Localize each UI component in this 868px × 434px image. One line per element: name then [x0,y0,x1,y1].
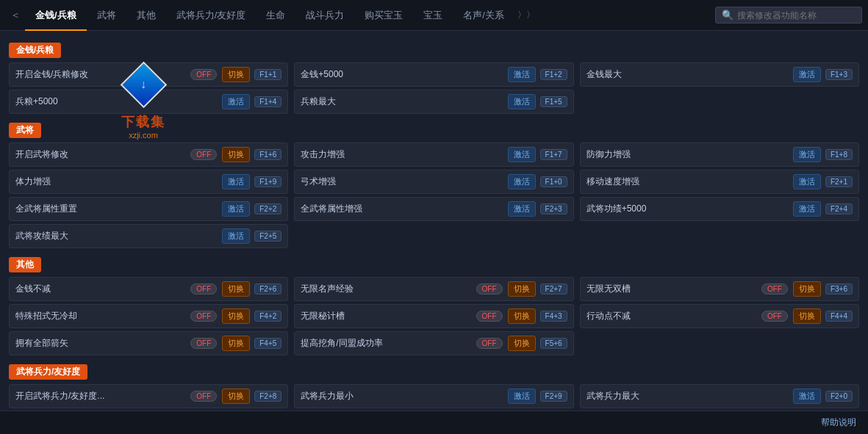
switch-btn[interactable]: 切换 [793,308,821,324]
feat-row-general-1: 体力增强激活F1+9弓术增强激活F1+0移动速度增强激活F2+1 [9,170,859,194]
feat-item-general-3-0: 武将攻绩最大激活F2+5 [9,224,288,248]
feat-item-gold_food-1-0: 兵粮+5000激活F1+4 [9,90,288,114]
feat-label: 开启金钱/兵粮修改 [15,68,187,81]
hotkey-badge: F2+3 [540,203,567,214]
feat-item-other-2-2 [580,331,859,355]
search-input[interactable] [737,10,855,21]
feat-item-other-0-0: 金钱不减OFF切换F2+6 [9,277,288,301]
nav-tab-2[interactable]: 其他 [126,0,166,31]
feat-item-gold_food-1-2 [580,90,859,114]
nav-tab-7[interactable]: 宝玉 [413,0,453,31]
switch-btn[interactable]: 切换 [793,281,821,297]
help-link[interactable]: 帮助说明 [821,416,856,429]
feat-label: 武将功绩+5000 [587,203,791,215]
feat-label: 拥有全部箭矢 [15,337,187,350]
toggle-off-btn[interactable]: OFF [761,283,788,294]
activate-btn[interactable]: 激活 [793,174,821,189]
hotkey-badge: F4+3 [540,311,567,322]
hotkey-badge: F4+4 [825,311,853,322]
activate-btn[interactable]: 激活 [793,388,821,404]
hotkey-badge: F2+6 [254,283,281,294]
activate-btn[interactable]: 激活 [793,67,821,82]
hotkey-badge: F1+1 [254,69,281,80]
hotkey-badge: F1+6 [254,149,281,160]
toggle-off-btn[interactable]: OFF [190,283,217,294]
feat-item-other-2-1: 提高挖角/同盟成功率OFF切换F5+6 [294,331,573,355]
activate-btn[interactable]: 激活 [222,94,250,109]
feat-row-gold_food-1: 兵粮+5000激活F1+4兵粮最大激活F1+5 [9,90,859,114]
activate-btn[interactable]: 激活 [222,174,250,189]
toggle-off-btn[interactable]: OFF [190,149,217,160]
feat-item-general-1-0: 体力增强激活F1+9 [9,170,288,194]
nav-tab-3[interactable]: 武将兵力/友好度 [166,0,257,31]
activate-btn[interactable]: 激活 [508,67,536,82]
switch-btn[interactable]: 切换 [222,308,250,324]
nav-tab-0[interactable]: 金钱/兵粮 [25,0,87,31]
feat-row-other-0: 金钱不减OFF切换F2+6无限名声经验OFF切换F2+7无限无双槽OFF切换F3… [9,277,859,301]
feat-label: 弓术增强 [301,176,505,188]
feat-item-troop_friendship-0-2: 武将兵力最大激活F2+0 [580,384,859,408]
feat-label: 开启武将修改 [15,148,187,161]
activate-btn[interactable]: 激活 [222,228,250,244]
activate-btn[interactable]: 激活 [508,94,536,109]
feat-label: 移动速度增强 [587,176,791,188]
feat-row-troop_friendship-0: 开启武将兵力/友好度...OFF切换F2+8武将兵力最小激活F2+9武将兵力最大… [9,384,859,408]
switch-btn[interactable]: 切换 [222,67,250,82]
nav-tab-8[interactable]: 名声/关系 [453,0,514,31]
feat-label: 武将攻绩最大 [15,230,220,242]
bottom-bar: 帮助说明 [0,411,868,434]
activate-btn[interactable]: 激活 [508,201,536,217]
feat-item-gold_food-0-1: 金钱+5000激活F1+2 [294,62,573,87]
activate-btn[interactable]: 激活 [793,201,821,217]
feat-label: 全武将属性重置 [15,203,220,215]
hotkey-badge: F5+6 [540,338,567,349]
feat-item-other-2-0: 拥有全部箭矢OFF切换F4+5 [9,331,288,355]
switch-btn[interactable]: 切换 [222,281,250,297]
toggle-off-btn[interactable]: OFF [761,311,788,322]
feat-item-other-0-2: 无限无双槽OFF切换F3+6 [580,277,859,301]
hotkey-badge: F1+0 [540,176,567,187]
switch-btn[interactable]: 切换 [508,308,536,324]
activate-btn[interactable]: 激活 [508,147,536,162]
activate-btn[interactable]: 激活 [793,147,821,162]
feat-row-general-2: 全武将属性重置激活F2+2全武将属性增强激活F2+3武将功绩+5000激活F2+… [9,197,859,221]
feat-item-other-1-1: 无限秘计槽OFF切换F4+3 [294,304,573,328]
activate-btn[interactable]: 激活 [508,388,536,404]
feat-label: 金钱不减 [15,283,187,295]
switch-btn[interactable]: 切换 [222,336,250,351]
toggle-off-btn[interactable]: OFF [190,391,217,402]
hotkey-badge: F2+5 [254,231,281,242]
nav-tab-5[interactable]: 战斗兵力 [295,0,354,31]
feat-label: 体力增强 [15,176,220,188]
top-nav: ＜ 金钱/兵粮武将其他武将兵力/友好度生命战斗兵力购买宝玉宝玉名声/关系 〉〉 … [0,0,868,31]
nav-more-arrow[interactable]: 〉〉 [514,9,538,21]
feat-label: 金钱最大 [587,68,791,81]
hotkey-badge: F1+3 [825,69,853,80]
feat-item-general-1-1: 弓术增强激活F1+0 [294,170,573,194]
feat-item-other-0-1: 无限名声经验OFF切换F2+7 [294,277,573,301]
feat-item-general-3-1 [294,224,573,248]
toggle-off-btn[interactable]: OFF [476,311,503,322]
toggle-off-btn[interactable]: OFF [190,338,217,349]
toggle-off-btn[interactable]: OFF [476,338,503,349]
switch-btn[interactable]: 切换 [508,336,536,351]
switch-btn[interactable]: 切换 [222,388,250,404]
search-icon: 🔍 [722,10,734,21]
toggle-off-btn[interactable]: OFF [476,283,503,294]
switch-btn[interactable]: 切换 [508,281,536,297]
toggle-off-btn[interactable]: OFF [190,311,217,322]
activate-btn[interactable]: 激活 [508,174,536,189]
section-header-other: 其他 [9,257,41,272]
feat-item-general-0-0: 开启武将修改OFF切换F1+6 [9,142,288,167]
nav-back-arrow[interactable]: ＜ [6,9,25,22]
hotkey-badge: F4+5 [254,338,281,349]
toggle-off-btn[interactable]: OFF [190,69,217,80]
nav-tab-4[interactable]: 生命 [256,0,295,31]
activate-btn[interactable]: 激活 [222,201,250,217]
feat-label: 兵粮+5000 [15,95,220,108]
feat-label: 行动点不减 [587,310,758,322]
feat-item-general-2-0: 全武将属性重置激活F2+2 [9,197,288,221]
switch-btn[interactable]: 切换 [222,147,250,162]
nav-tab-6[interactable]: 购买宝玉 [354,0,413,31]
nav-tab-1[interactable]: 武将 [87,0,126,31]
